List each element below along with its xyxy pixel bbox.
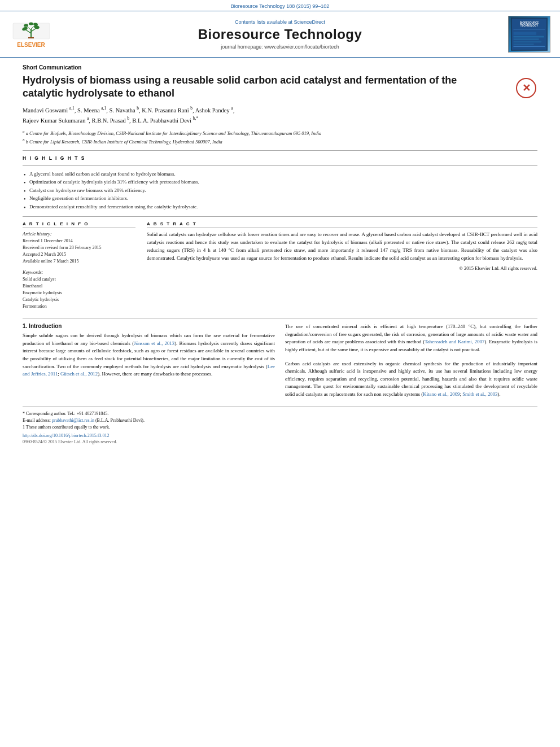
author-navatha-sup: b [137, 106, 139, 111]
author-ashok-pandey: Ashok Pandey [195, 107, 230, 113]
divider-3 [23, 318, 537, 318]
svg-rect-21 [513, 41, 541, 43]
svg-text:ELSEVIER: ELSEVIER [17, 42, 45, 48]
crossmark-symbol: ✕ [522, 83, 531, 93]
intro-col2-text-1: The use of concentrated mineral acids is… [285, 323, 537, 354]
highlights-section: H I G H L I G H T S A glycerol based sol… [23, 155, 537, 211]
body-col-left: 1. Introduction Simple soluble sugars ca… [23, 323, 275, 399]
author-goswami: Mandavi Goswami [23, 107, 68, 113]
journal-header: ELSEVIER Contents lists available at Sci… [0, 11, 560, 58]
journal-cover-area: BIORESOURCE TECHNOLOGY [504, 16, 554, 53]
doi-line[interactable]: http://dx.doi.org/10.1016/j.biortech.201… [23, 433, 537, 438]
authors-list: Mandavi Goswami a,1, S. Meena a,1, S. Na… [23, 105, 537, 126]
footnote-email-link[interactable]: prabhavathi@iict.res.in [52, 418, 94, 423]
footnote-corresponding: * Corresponding author. Tel.: +91 402719… [23, 410, 537, 417]
svg-rect-18 [513, 32, 536, 34]
article-history: Article history: Received 1 December 201… [23, 231, 135, 265]
footnote-equal-contrib: 1 These authors contributed equally to t… [23, 424, 537, 431]
ref-kitano[interactable]: Kitano et al., 2009 [423, 391, 460, 397]
affiliation-b: b b Centre for Lipid Research, CSIR-Indi… [23, 139, 222, 145]
elsevier-logo-area: ELSEVIER [6, 16, 56, 53]
svg-rect-19 [513, 36, 544, 38]
title-row: Hydrolysis of biomass using a reusable s… [23, 74, 537, 105]
svg-rect-17 [513, 29, 545, 29]
highlights-list: A glycerol based solid carbon acid catal… [23, 171, 537, 211]
svg-rect-11 [28, 37, 34, 38]
author-rajeev: Rajeev Kumar Sukumaran [23, 117, 85, 124]
svg-rect-23 [513, 46, 545, 47]
copyright-line: © 2015 Elsevier Ltd. All rights reserved… [147, 265, 537, 271]
author-prabhavathi: B.L.A. Prabhavathi Devi [132, 117, 191, 124]
keywords-label: Keywords: [23, 269, 135, 275]
highlights-divider [23, 165, 537, 166]
divider-1 [23, 150, 537, 151]
abstract-text: Solid acid catalysts can hydrolyze cellu… [147, 231, 537, 263]
journal-homepage: journal homepage: www.elsevier.com/locat… [221, 44, 339, 50]
history-received: Received 1 December 2014 [23, 238, 135, 244]
keywords-section: Keywords: Solid acid catalyst Bioethanol… [23, 269, 135, 310]
ref-taherzadeh[interactable]: Taherzadeh and Karimi, 2007 [425, 339, 484, 344]
author-navatha: S. Navatha [110, 107, 135, 113]
svg-text:BIORESOURCE: BIORESOURCE [519, 21, 539, 24]
article-info-col: A R T I C L E I N F O Article history: R… [23, 221, 135, 310]
svg-rect-20 [513, 38, 539, 40]
journal-reference-bar: Bioresource Technology 188 (2015) 99–102 [0, 0, 560, 11]
affiliations-section: a a Centre for Biofuels, Biotechnology D… [23, 129, 537, 145]
main-content: Short Communication Hydrolysis of biomas… [0, 58, 560, 456]
author-meena: S. Meena [77, 107, 100, 113]
journal-title-area: Contents lists available at ScienceDirec… [62, 16, 498, 53]
intro-heading: 1. Introduction [23, 323, 275, 329]
divider-2 [23, 216, 537, 217]
journal-cover-image: BIORESOURCE TECHNOLOGY [508, 16, 550, 53]
highlight-item-5: Demonstrated catalyst reusability and fe… [23, 203, 537, 211]
highlights-label: H I G H L I G H T S [23, 155, 537, 161]
author-prasad: R.B.N. Prasad [92, 117, 126, 124]
journal-title: Bioresource Technology [198, 27, 362, 42]
abstract-col: A B S T R A C T Solid acid catalysts can… [147, 221, 537, 310]
history-label: Article history: [23, 231, 135, 237]
issn-line: 0960-8524/© 2015 Elsevier Ltd. All right… [23, 439, 537, 444]
highlight-item-3: Catalyst can hydrolyze raw biomass with … [23, 187, 537, 195]
intro-col2-text-2: Carbon acid catalysts are used extensive… [285, 360, 537, 399]
author-prasanna-rani-sup: b [190, 106, 193, 111]
author-rajeev-sup: a [87, 116, 89, 121]
author-prasad-sup: b [127, 116, 129, 121]
author-prabhavathi-sup: b,* [193, 116, 198, 121]
author-prasanna-rani: K.N. Prasanna Rani [142, 107, 189, 113]
ref-gutsch[interactable]: Gütsch et al., 2012 [60, 371, 98, 377]
keyword-5: Fermentation [23, 303, 135, 310]
doi-link[interactable]: http://dx.doi.org/10.1016/j.biortech.201… [23, 433, 109, 438]
sciencedirect-text[interactable]: Contents lists available at ScienceDirec… [235, 19, 325, 25]
ref-smith[interactable]: Smith et al., 2003 [462, 391, 497, 397]
svg-point-10 [29, 22, 33, 25]
intro-col1-text: Simple soluble sugars can be derived thr… [23, 332, 275, 378]
svg-rect-22 [513, 43, 533, 45]
article-type: Short Communication [23, 64, 537, 71]
highlight-item-4: Negligible generation of fermentation in… [23, 195, 537, 203]
author-ashok-pandey-sup: a [231, 106, 233, 111]
abstract-label: A B S T R A C T [147, 221, 537, 228]
footnote-email: E-mail address: prabhavathi@iict.res.in … [23, 417, 537, 424]
author-meena-sup: a,1 [101, 106, 106, 111]
author-goswami-sup: a,1 [69, 106, 75, 111]
info-abstract-row: A R T I C L E I N F O Article history: R… [23, 221, 537, 310]
body-two-col: 1. Introduction Simple soluble sugars ca… [23, 323, 537, 399]
crossmark-area[interactable]: ✕ [515, 77, 537, 99]
journal-cover-svg: BIORESOURCE TECHNOLOGY [511, 16, 548, 53]
affiliation-a: a a Centre for Biofuels, Biotechnology D… [23, 130, 321, 136]
history-online: Available online 7 March 2015 [23, 258, 135, 265]
keyword-2: Bioethanol [23, 283, 135, 290]
journal-ref-text: Bioresource Technology 188 (2015) 99–102 [231, 3, 329, 9]
highlight-item-1: A glycerol based solid carbon acid catal… [23, 171, 537, 178]
history-revised: Received in revised form 28 February 201… [23, 244, 135, 251]
svg-text:TECHNOLOGY: TECHNOLOGY [520, 24, 538, 27]
history-accepted: Accepted 2 March 2015 [23, 251, 135, 258]
keyword-3: Enzymatic hydrolysis [23, 290, 135, 296]
crossmark-icon[interactable]: ✕ [516, 78, 536, 98]
keyword-4: Catalytic hydrolysis [23, 296, 135, 303]
ref-jonsson[interactable]: Jönsson et al., 2013 [134, 340, 174, 346]
highlight-item-2: Optimization of catalytic hydrolysis yie… [23, 178, 537, 186]
page: Bioresource Technology 188 (2015) 99–102 [0, 0, 560, 747]
article-title: Hydrolysis of biomass using a reusable s… [23, 74, 485, 101]
footnotes-section: * Corresponding author. Tel.: +91 402719… [23, 407, 537, 444]
